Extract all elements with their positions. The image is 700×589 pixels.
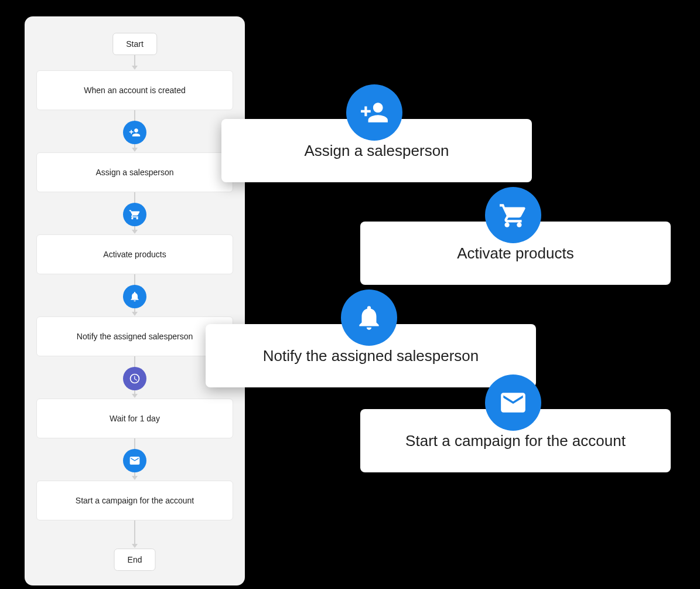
arrow-icon [132,66,138,70]
start-node[interactable]: Start [112,33,157,55]
workflow-panel: Start When an account is created Assign … [25,16,245,585]
clock-icon [123,367,146,390]
activate-label: Activate products [103,250,166,259]
highlight-assign-label: Assign a salesperson [304,142,449,160]
arrow-icon [132,476,138,480]
wait-label: Wait for 1 day [110,414,160,423]
end-node[interactable]: End [114,549,156,571]
notify-node[interactable]: Notify the assigned salesperson [36,316,233,356]
assign-label: Assign a salesperson [95,168,173,177]
campaign-node[interactable]: Start a campaign for the account [36,481,233,520]
bell-icon [341,290,397,346]
trigger-label: When an account is created [84,86,186,95]
mail-icon [123,449,146,472]
arrow-icon [132,148,138,152]
connector [134,55,135,66]
highlight-activate-label: Activate products [457,244,573,263]
arrow-icon [132,230,138,234]
connector [134,520,135,544]
campaign-label: Start a campaign for the account [76,496,194,505]
bell-icon [123,285,146,308]
highlight-campaign-label: Start a campaign for the account [405,432,626,450]
person-add-icon [346,84,402,141]
notify-label: Notify the assigned salesperson [77,332,193,341]
mail-icon [485,374,541,431]
cart-icon [123,203,146,226]
arrow-icon [132,394,138,398]
wait-node[interactable]: Wait for 1 day [36,399,233,438]
trigger-node[interactable]: When an account is created [36,70,233,110]
cart-icon [485,187,541,243]
highlight-notify-label: Notify the assigned salesperson [263,347,479,365]
person-add-icon [123,121,146,144]
activate-node[interactable]: Activate products [36,234,233,274]
arrow-icon [132,312,138,316]
assign-node[interactable]: Assign a salesperson [36,152,233,192]
arrow-icon [132,544,138,548]
